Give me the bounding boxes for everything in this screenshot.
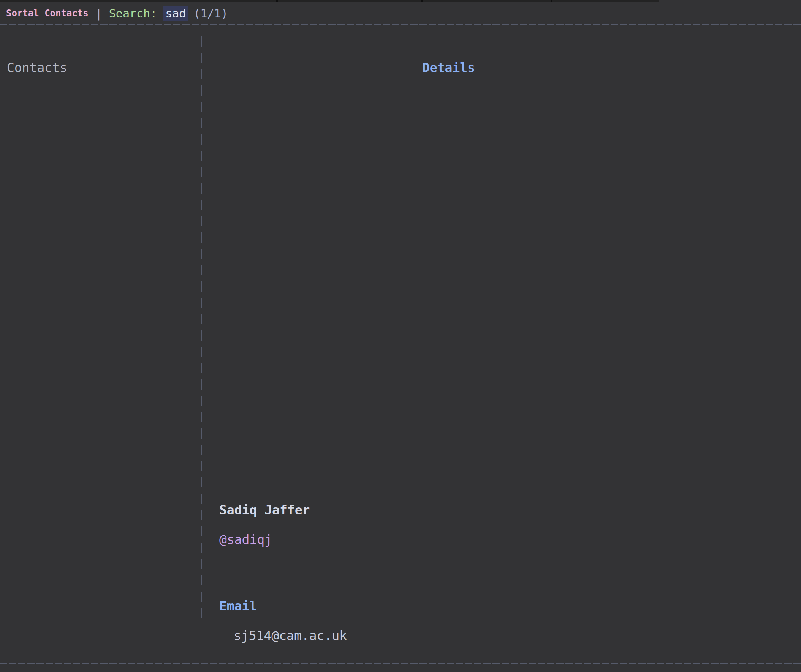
contacts-pane[interactable]: Contacts — [0, 25, 200, 662]
bottom-divider — [0, 662, 801, 664]
title-bar: Sortal Contacts | Search: sad (1/1) — [6, 2, 801, 24]
contact-details-card: Sadiq Jaffer @sadiqj Email sj514@cam.ac.… — [219, 488, 475, 672]
details-pane-header: Details — [422, 61, 475, 75]
search-match-count: (1/1) — [193, 7, 228, 20]
sortal-contacts-app: Sortal Contacts | Search: sad (1/1) Cont… — [0, 0, 801, 672]
spacer — [219, 658, 475, 672]
contacts-pane-header: Contacts — [7, 61, 67, 75]
spacer — [219, 562, 475, 577]
search-label: Search: — [109, 7, 157, 20]
email-value[interactable]: sj514@cam.ac.uk — [219, 628, 475, 643]
app-title: Sortal Contacts — [6, 8, 88, 19]
email-section-label: Email — [219, 599, 475, 614]
contact-handle: @sadiqj — [219, 532, 475, 547]
contact-name: Sadiq Jaffer — [219, 503, 475, 518]
search-input[interactable]: sad — [163, 6, 188, 21]
title-separator: | — [95, 7, 102, 20]
